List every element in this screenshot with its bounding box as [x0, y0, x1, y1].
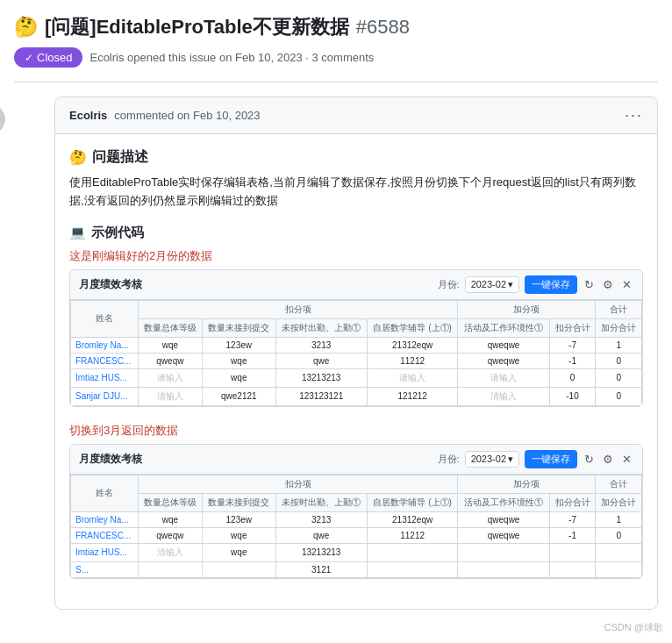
cell-deduct-last[interactable] — [202, 561, 275, 577]
cell-deduct-level[interactable] — [138, 561, 202, 577]
cell-add-work[interactable]: 请输入 — [458, 368, 549, 387]
table1-close-icon[interactable]: ✕ — [620, 276, 633, 293]
cell-add-work[interactable] — [458, 543, 549, 561]
cell-deduct-self[interactable]: 121212 — [367, 387, 458, 405]
cell-deduct-level[interactable]: wqe — [138, 337, 202, 353]
comment-author: Ecolris — [69, 109, 107, 122]
cell-deduct-self[interactable]: 21312eqw — [367, 337, 458, 353]
cell-add-work[interactable] — [458, 561, 549, 577]
table2-title: 月度绩效考核 — [79, 452, 142, 467]
problem-text: 使用EditableProTable实时保存编辑表格,当前月编辑了数据保存,按照… — [69, 174, 643, 211]
table2-refresh-icon[interactable]: ↻ — [583, 451, 596, 468]
table1-refresh-icon[interactable]: ↻ — [583, 276, 596, 293]
status-label: Closed — [37, 51, 72, 64]
cell-add-work[interactable]: qweqwe — [458, 353, 549, 368]
table1-scroll[interactable]: 姓名 扣分项 加分项 合计 数量总体等级 数量末接到提交 未按时出勤、上勤① 自 — [70, 300, 642, 406]
table1-save-button[interactable]: 一键保存 — [525, 275, 577, 294]
table-row: Imtiaz HUS... 请输入 wqe 13213213 请输入 请输入 0… — [71, 368, 642, 387]
th2-add-work: 活动及工作环境性① — [458, 493, 549, 511]
th-name: 姓名 — [71, 300, 139, 337]
check-icon: ✓ — [25, 52, 33, 64]
table1-settings-icon[interactable]: ⚙ — [601, 276, 615, 293]
cell-name: Imtiaz HUS... — [71, 368, 139, 387]
cell-add-sum — [596, 561, 642, 577]
cell-name: FRANCESC... — [71, 527, 139, 543]
table-row: Bromley Na... wqe 123ew 3213 21312eqw qw… — [71, 511, 642, 527]
cell-deduct-self[interactable]: 请输入 — [367, 368, 458, 387]
cell-add-sum: 0 — [596, 387, 642, 405]
cell-deduct-level[interactable]: 清输入 — [138, 387, 202, 405]
th2-add-group: 加分项 — [458, 475, 596, 493]
table2-save-button[interactable]: 一键保存 — [525, 450, 577, 468]
cell-deduct-last[interactable]: wqe — [202, 368, 275, 387]
th-deduct-not-submit: 未按时出勤、上勤① — [275, 318, 367, 337]
watermark: CSDN @球歌 — [604, 621, 663, 634]
table2-settings-icon[interactable]: ⚙ — [601, 451, 615, 468]
table1-date-value: 2023-02 — [471, 279, 506, 289]
cell-deduct-sum: -7 — [549, 511, 596, 527]
cell-deduct-self[interactable] — [367, 561, 458, 577]
cell-add-sum: 0 — [596, 353, 642, 368]
cell-deduct-level[interactable]: 清输入 — [138, 543, 202, 561]
cell-deduct-last[interactable]: 123ew — [202, 511, 275, 527]
cell-add-work[interactable]: qweqwe — [458, 527, 549, 543]
cell-deduct-last[interactable]: wqe — [202, 353, 275, 368]
table1-data: 姓名 扣分项 加分项 合计 数量总体等级 数量末接到提交 未按时出勤、上勤① 自 — [70, 300, 642, 406]
cell-deduct-self[interactable] — [367, 543, 458, 561]
table-row: FRANCESC... qweqw wqe qwe 11212 qweqwe -… — [71, 527, 642, 543]
table2-date-badge[interactable]: 2023-02 ▾ — [465, 451, 519, 468]
table2-scroll[interactable]: 姓名 扣分项 加分项 合计 数量总体等级 数量末接到提交 未按时出勤、上勤① 自 — [70, 475, 642, 578]
th2-deduct-sum: 扣分合计 — [549, 493, 596, 511]
chevron-down-icon: ▾ — [508, 279, 513, 290]
th-total-group: 合计 — [596, 300, 642, 318]
issue-meta-row: ✓ Closed Ecolris opened this issue on Fe… — [14, 47, 658, 68]
issue-meta-text: Ecolris opened this issue on Feb 10, 202… — [89, 51, 374, 64]
th-deduct-group: 扣分项 — [138, 300, 458, 318]
cell-deduct-time[interactable]: 13213213 — [275, 543, 367, 561]
cell-deduct-time[interactable]: qwe — [275, 527, 367, 543]
comment-menu-icon[interactable]: ··· — [625, 106, 643, 125]
cell-add-work[interactable]: qweqwe — [458, 337, 549, 353]
table1-date-badge[interactable]: 2023-02 ▾ — [465, 276, 519, 293]
cell-add-sum — [596, 543, 642, 561]
comment-body: 🤔 问题描述 使用EditableProTable实时保存编辑表格,当前月编辑了… — [55, 134, 657, 609]
cell-add-work[interactable]: qweqwe — [458, 511, 549, 527]
th-deduct-level: 数量总体等级 — [138, 318, 202, 337]
table2-toolbar-right: 月份: 2023-02 ▾ 一键保存 ↻ ⚙ ✕ — [438, 450, 633, 468]
cell-deduct-level[interactable]: wqe — [138, 511, 202, 527]
cell-deduct-time[interactable]: 3213 — [275, 511, 367, 527]
cell-deduct-last[interactable]: wqe — [202, 527, 275, 543]
cell-add-sum: 0 — [596, 527, 642, 543]
cell-deduct-last[interactable]: 123ew — [202, 337, 275, 353]
cell-deduct-self[interactable]: 21312eqw — [367, 511, 458, 527]
th2-total-group: 合计 — [596, 475, 642, 493]
comment-card: Ecolris commented on Feb 10, 2023 ··· 🤔 … — [54, 96, 658, 610]
cell-deduct-sum: -1 — [549, 527, 596, 543]
cell-deduct-time[interactable]: 3121 — [275, 561, 367, 577]
cell-deduct-time[interactable]: 3213 — [275, 337, 367, 353]
table1-toolbar: 月度绩效考核 月份: 2023-02 ▾ 一键保存 ↻ ⚙ ✕ — [70, 270, 642, 300]
cell-deduct-time[interactable]: 123123121 — [275, 387, 367, 405]
table-row: S... 3121 — [71, 561, 642, 577]
cell-deduct-self[interactable]: 11212 — [367, 353, 458, 368]
code-heading-text: 示例代码 — [91, 225, 144, 241]
cell-deduct-sum: -7 — [549, 337, 596, 353]
table-row: FRANCESC... qweqw wqe qwe 11212 qweqwe -… — [71, 353, 642, 368]
cell-deduct-self[interactable]: 11212 — [367, 527, 458, 543]
table2-label: 切换到3月返回的数据 — [69, 423, 643, 439]
th-add-sum: 加分合计 — [596, 318, 642, 337]
table-row: Bromley Na... wqe 123ew 3213 21312eqw qw… — [71, 337, 642, 353]
cell-deduct-time[interactable]: 13213213 — [275, 368, 367, 387]
cell-deduct-last[interactable]: wqe — [202, 543, 275, 561]
table2-close-icon[interactable]: ✕ — [620, 451, 633, 468]
cell-add-work[interactable]: 清输入 — [458, 387, 549, 405]
cell-deduct-level[interactable]: qweqw — [138, 353, 202, 368]
cell-deduct-level[interactable]: 请输入 — [138, 368, 202, 387]
table2-block: 月度绩效考核 月份: 2023-02 ▾ 一键保存 ↻ ⚙ ✕ — [69, 444, 643, 579]
cell-deduct-last[interactable]: qwe2121 — [202, 387, 275, 405]
cell-name: Sanjar DJU... — [71, 387, 139, 405]
cell-deduct-level[interactable]: qweqw — [138, 527, 202, 543]
table1-block: 月度绩效考核 月份: 2023-02 ▾ 一键保存 ↻ ⚙ ✕ — [69, 269, 643, 407]
cell-deduct-sum: -1 — [549, 353, 596, 368]
cell-deduct-time[interactable]: qwe — [275, 353, 367, 368]
